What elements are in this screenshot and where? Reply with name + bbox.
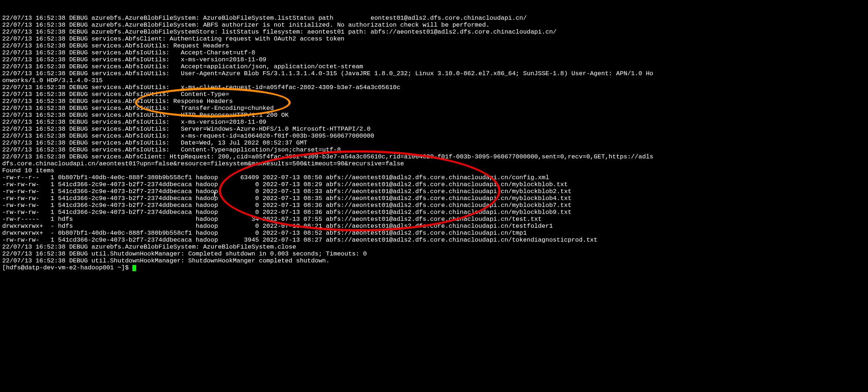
log-line: 22/07/13 16:52:38 DEBUG util.ShutdownHoo… [2, 257, 866, 264]
cursor-block [132, 265, 136, 271]
file-listing-row: -rw-rw-rw- 1 541cd366-2c9e-4073-b2f7-237… [2, 237, 866, 243]
file-listing-row: -rw-rw-rw- 1 541cd366-2c9e-4073-b2f7-237… [2, 181, 866, 188]
log-line: 22/07/13 16:52:38 DEBUG azurebfs.AzureBl… [2, 15, 866, 22]
file-listing-row: -rw-rw-rw- 1 541cd366-2c9e-4073-b2f7-237… [2, 209, 866, 216]
redaction-patch [326, 8, 348, 15]
log-line: 22/07/13 16:52:38 DEBUG services.AbfsIoU… [2, 119, 866, 126]
log-line: 22/07/13 16:52:38 DEBUG services.AbfsIoU… [2, 146, 866, 153]
redaction-patch [313, 1, 349, 8]
file-listing-row: -rw-r----- 1 hdfs hadoop 34 2022-07-13 0… [2, 216, 866, 223]
terminal-output[interactable]: 22/07/13 16:52:38 DEBUG azurebfs.AzureBl… [0, 0, 868, 362]
log-line: onworks/1.0 HDP/3.1.4.0-315 [2, 77, 866, 84]
file-listing-row: drwxrwxrwx+ - 0b807bf1-40db-4e0c-888f-38… [2, 230, 866, 237]
listing-header: Found 10 items [2, 167, 866, 174]
log-line: 22/07/13 16:52:38 DEBUG services.AbfsIoU… [2, 139, 866, 146]
log-line: 22/07/13 16:52:38 DEBUG services.AbfsIoU… [2, 70, 866, 77]
file-listing-row: drwxrwxrwx+ - hdfs hadoop 0 2022-07-13 0… [2, 223, 866, 230]
log-line: 22/07/13 16:52:38 DEBUG services.AbfsIoU… [2, 112, 866, 119]
log-line: 22/07/13 16:52:38 DEBUG services.AbfsCli… [2, 153, 866, 160]
log-line: 22/07/13 16:52:38 DEBUG services.AbfsIoU… [2, 98, 866, 105]
log-line: 22/07/13 16:52:38 DEBUG azurebfs.AzureBl… [2, 22, 866, 28]
log-line: 22/07/13 16:52:38 DEBUG services.AbfsIoU… [2, 49, 866, 56]
log-line: 22/07/13 16:52:38 DEBUG azurebfs.AzureBl… [2, 28, 866, 35]
log-line: 22/07/13 16:52:38 DEBUG services.AbfsIoU… [2, 84, 866, 91]
file-listing-row: -rw-rw-rw- 1 541cd366-2c9e-4073-b2f7-237… [2, 195, 866, 202]
file-listing-row: -rw-rw-rw- 1 541cd366-2c9e-4073-b2f7-237… [2, 188, 866, 195]
log-line: 22/07/13 16:52:38 DEBUG azurebfs.AzureBl… [2, 243, 866, 250]
log-line: 22/07/13 16:52:38 DEBUG services.AbfsCli… [2, 35, 866, 42]
log-line: dfs.core.chinacloudapi.cn/aeontest01?upn… [2, 160, 866, 167]
prompt-text: [hdfs@datp-dev-vm-e2-hadoop001 ~]$ [2, 264, 132, 271]
file-listing-row: -rw-r--r-- 1 0b807bf1-40db-4e0c-888f-380… [2, 174, 866, 181]
shell-prompt[interactable]: [hdfs@datp-dev-vm-e2-hadoop001 ~]$ [2, 264, 866, 271]
log-line: 22/07/13 16:52:38 DEBUG services.AbfsIoU… [2, 42, 866, 49]
log-line: 22/07/13 16:52:38 DEBUG services.AbfsIoU… [2, 91, 866, 98]
log-line: 22/07/13 16:52:38 DEBUG services.AbfsIoU… [2, 126, 866, 132]
log-line: 22/07/13 16:52:38 DEBUG services.AbfsIoU… [2, 105, 866, 112]
log-line: 22/07/13 16:52:38 DEBUG services.AbfsIoU… [2, 63, 866, 70]
log-line: 22/07/13 16:52:38 DEBUG services.AbfsIoU… [2, 56, 866, 63]
log-line: 22/07/13 16:52:38 DEBUG services.AbfsIoU… [2, 132, 866, 139]
log-line: 22/07/13 16:52:38 DEBUG util.ShutdownHoo… [2, 250, 866, 257]
file-listing-row: -rw-rw-rw- 1 541cd366-2c9e-4073-b2f7-237… [2, 202, 866, 209]
